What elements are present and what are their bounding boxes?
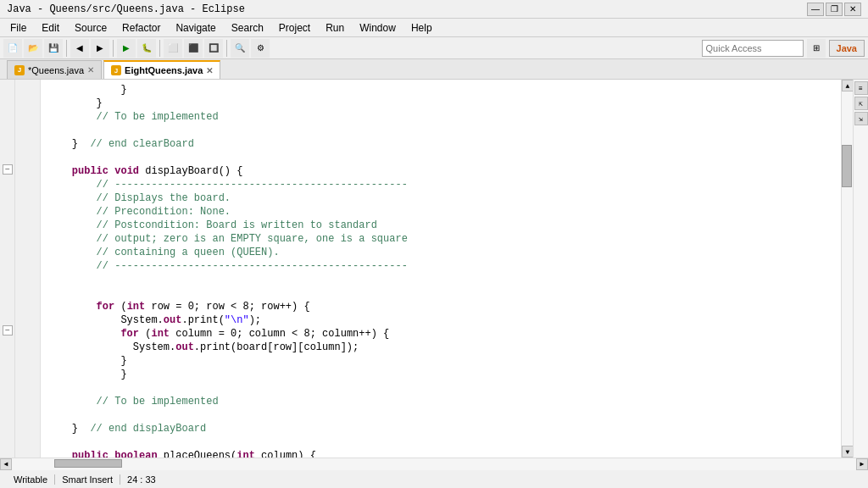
- toolbar-sep3: [159, 40, 160, 57]
- toolbar-btn5[interactable]: ⬛: [184, 39, 203, 58]
- menu-project[interactable]: Project: [272, 20, 317, 36]
- menu-source[interactable]: Source: [68, 20, 114, 36]
- scroll-thumb[interactable]: [842, 145, 852, 187]
- status-position: 24 : 33: [120, 474, 163, 485]
- code-line-22: }: [47, 368, 834, 381]
- left-gutter: − −: [0, 80, 15, 458]
- menu-search[interactable]: Search: [225, 20, 270, 36]
- fold-marker-placequeen[interactable]: −: [3, 325, 13, 336]
- hscroll-track[interactable]: [12, 458, 856, 470]
- scroll-down-arrow[interactable]: ▼: [842, 446, 854, 458]
- code-line-8: // -------------------------------------…: [47, 178, 834, 191]
- toolbar-back[interactable]: ◀: [70, 39, 89, 58]
- toolbar-new[interactable]: 📄: [3, 39, 22, 58]
- menu-run[interactable]: Run: [319, 20, 351, 36]
- toolbar-btn6[interactable]: 🔲: [204, 39, 223, 58]
- tab-eight-queens-label: EightQueens.java: [125, 65, 203, 75]
- tab-eight-queens[interactable]: J EightQueens.java ✕: [103, 60, 220, 79]
- close-button[interactable]: ✕: [844, 3, 861, 16]
- menu-edit[interactable]: Edit: [35, 20, 66, 36]
- tab-eight-queens-close[interactable]: ✕: [206, 66, 213, 75]
- right-icon-1[interactable]: ≡: [854, 81, 868, 95]
- title-bar: Java - Queens/src/Queens.java - Eclipse …: [0, 0, 868, 19]
- code-line-3: // To be implemented: [47, 110, 834, 124]
- code-line-1: }: [47, 83, 834, 97]
- minimize-button[interactable]: —: [807, 3, 824, 16]
- toolbar-run[interactable]: ▶: [117, 39, 136, 58]
- tab-queens[interactable]: J *Queens.java ✕: [7, 60, 102, 79]
- code-line-2: }: [47, 97, 834, 110]
- menu-refactor[interactable]: Refactor: [115, 20, 167, 36]
- toolbar-open[interactable]: 📂: [24, 39, 42, 58]
- hscroll-left-arrow[interactable]: ◀: [0, 458, 12, 470]
- tab-queens-label: *Queens.java: [28, 65, 84, 75]
- toolbar-forward[interactable]: ▶: [91, 39, 109, 58]
- code-line-23: [47, 381, 834, 395]
- main-layout: − − } } // To be implemented } // end cl…: [0, 80, 868, 458]
- status-bar: Writable Smart Insert 24 : 33: [0, 469, 868, 488]
- right-sidebar: ≡ ⇱ ⇲: [853, 80, 868, 458]
- tab-bar: J *Queens.java ✕ J EightQueens.java ✕: [0, 59, 868, 80]
- tab-queens-icon: J: [14, 65, 25, 75]
- quick-access-bar: ⊞ Java: [702, 39, 865, 58]
- hscroll-right-arrow[interactable]: ▶: [856, 458, 868, 470]
- code-line-21: }: [47, 354, 834, 368]
- status-writable: Writable: [7, 474, 55, 485]
- status-insert-mode: Smart Insert: [55, 474, 120, 485]
- code-line-5: } // end clearBoard: [47, 137, 834, 151]
- toolbar-sep2: [113, 40, 114, 57]
- menu-window[interactable]: Window: [353, 20, 403, 36]
- code-line-6: [47, 151, 834, 164]
- code-line-12: // output; zero is an EMPTY square, one …: [47, 232, 834, 246]
- code-line-7: public void displayBoard() {: [47, 164, 834, 178]
- tab-eight-queens-icon: J: [111, 65, 121, 75]
- menu-bar: File Edit Source Refactor Navigate Searc…: [0, 19, 868, 37]
- toolbar-debug[interactable]: 🐛: [137, 39, 156, 58]
- toolbar-sep1: [66, 40, 67, 57]
- code-line-14: // -------------------------------------…: [47, 259, 834, 273]
- maximize-button[interactable]: ❐: [826, 3, 843, 16]
- code-line-4: [47, 124, 834, 137]
- code-line-9: // Displays the board.: [47, 191, 834, 205]
- code-line-11: // Postcondition: Board is written to st…: [47, 219, 834, 232]
- right-icon-3[interactable]: ⇲: [854, 112, 868, 125]
- scroll-track[interactable]: [842, 92, 853, 446]
- toolbar: 📄 📂 💾 ◀ ▶ ▶ 🐛 ⬜ ⬛ 🔲 🔍 ⚙ ⊞ Java: [0, 37, 868, 59]
- fold-marker-displayboard[interactable]: −: [3, 164, 13, 175]
- code-line-18: System.out.print("\n");: [47, 313, 834, 327]
- code-line-27: [47, 435, 834, 449]
- menu-navigate[interactable]: Navigate: [169, 20, 222, 36]
- code-line-13: // containing a queen (QUEEN).: [47, 246, 834, 259]
- toolbar-sep4: [226, 40, 227, 57]
- code-line-26: } // end displayBoard: [47, 422, 834, 435]
- vertical-scrollbar[interactable]: ▲ ▼: [841, 80, 853, 458]
- code-line-10: // Precondition: None.: [47, 205, 834, 219]
- code-line-20: System.out.print(board[row][column]);: [47, 341, 834, 354]
- code-area[interactable]: } } // To be implemented } // end clearB…: [41, 80, 841, 458]
- toolbar-save[interactable]: 💾: [44, 39, 63, 58]
- window-controls: — ❐ ✕: [807, 3, 861, 16]
- menu-help[interactable]: Help: [404, 20, 439, 36]
- hscroll-thumb[interactable]: [54, 459, 122, 468]
- toolbar-btn8[interactable]: ⚙: [251, 39, 270, 58]
- code-line-15: [47, 273, 834, 286]
- code-line-19: for (int column = 0; column < 8; column+…: [47, 327, 834, 341]
- horizontal-scrollbar[interactable]: ◀ ▶: [0, 458, 868, 469]
- code-line-28: public boolean placeQueens(int column) {: [47, 449, 834, 458]
- tab-queens-close[interactable]: ✕: [87, 65, 94, 75]
- line-numbers: [15, 80, 41, 458]
- code-line-17: for (int row = 0; row < 8; row++) {: [47, 300, 834, 313]
- menu-file[interactable]: File: [3, 20, 33, 36]
- scroll-up-arrow[interactable]: ▲: [842, 80, 854, 92]
- code-line-24: // To be implemented: [47, 395, 834, 408]
- title-text: Java - Queens/src/Queens.java - Eclipse: [7, 3, 245, 15]
- code-line-16: [47, 286, 834, 300]
- toolbar-search[interactable]: 🔍: [231, 39, 249, 58]
- java-perspective-button[interactable]: Java: [829, 40, 865, 57]
- quick-access-input[interactable]: [702, 40, 804, 57]
- toolbar-btn4[interactable]: ⬜: [164, 39, 182, 58]
- right-icon-2[interactable]: ⇱: [854, 97, 868, 110]
- toolbar-perspective[interactable]: ⊞: [807, 39, 826, 58]
- code-line-25: [47, 408, 834, 422]
